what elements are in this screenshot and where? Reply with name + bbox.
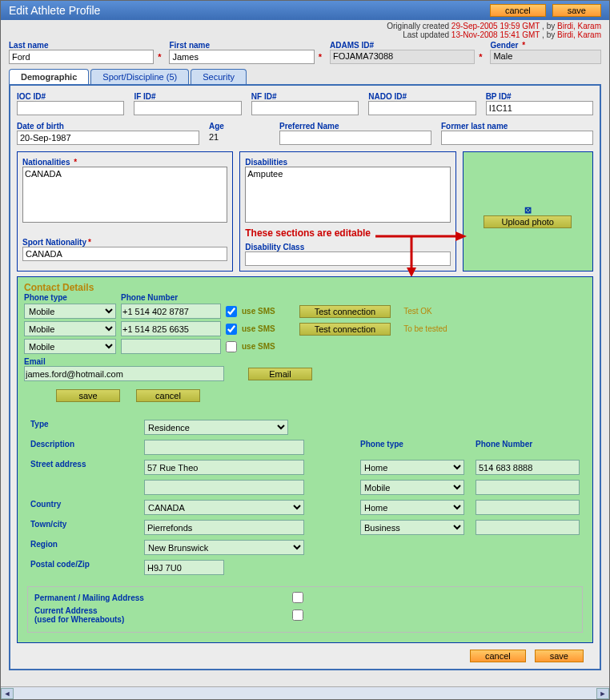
address-type-select[interactable]: Residence (144, 420, 288, 435)
updated-by[interactable]: Birdi, Karam (557, 30, 601, 39)
disabilities-list[interactable]: Amputee (245, 167, 450, 223)
addr-phone-type-select[interactable]: Home (360, 460, 464, 475)
scroll-left-icon[interactable]: ◄ (1, 688, 14, 699)
age-value: 21 (209, 131, 270, 142)
demographic-panel: IOC ID# IF ID# NF ID# NADO ID# BP ID# Da… (9, 86, 601, 670)
adams-id-value: FOJAMA73088 (330, 50, 475, 64)
use-sms-checkbox[interactable] (226, 341, 237, 352)
tab-sport[interactable]: Sport/Discipline (5) (90, 69, 189, 84)
nationalities-list[interactable]: CANADA (22, 167, 227, 223)
region-label: Region (26, 538, 138, 557)
cancel-button-bottom[interactable]: cancel (470, 650, 526, 662)
bp-input[interactable] (486, 101, 593, 115)
contact-title: Contact Details (24, 282, 586, 293)
adams-id-label: ADAMS ID# (330, 41, 482, 50)
former-name-label: Former last name (441, 122, 593, 131)
postal-label: Postal code/Zip (26, 558, 138, 577)
use-sms-checkbox[interactable] (226, 306, 237, 317)
if-label: IF ID# (134, 92, 241, 101)
street-label: Street address (26, 458, 138, 477)
disabilities-label: Disabilities (245, 158, 287, 167)
required-icon: * (479, 52, 482, 62)
phone-type-select[interactable]: Mobile (24, 321, 116, 336)
bottom-button-row: cancel save (17, 643, 593, 662)
street2-input[interactable] (144, 480, 304, 495)
addr-phone-number-input[interactable] (476, 520, 580, 535)
phone-type-select[interactable]: Mobile (24, 304, 116, 319)
ioc-input[interactable] (17, 101, 124, 115)
save-button-contact[interactable]: save (56, 389, 120, 402)
phone-number-header: Phone Number (121, 293, 221, 302)
last-name-input[interactable] (9, 50, 154, 64)
use-sms-checkbox[interactable] (226, 324, 237, 335)
horizontal-scrollbar[interactable]: ◄ ► (1, 686, 609, 699)
nat-dis-row: Nationalities * CANADA Sport Nationality… (17, 151, 593, 272)
addr-phone-number-input[interactable] (476, 500, 580, 515)
save-button-top[interactable]: save (552, 4, 601, 17)
first-name-input[interactable] (169, 50, 314, 64)
id-row: IOC ID# IF ID# NF ID# NADO ID# BP ID# (17, 92, 593, 115)
nf-input[interactable] (251, 101, 359, 115)
dob-input[interactable] (17, 131, 199, 145)
if-input[interactable] (134, 101, 241, 115)
permanent-label: Permanent / Mailing Address (34, 593, 144, 602)
country-select[interactable]: CANADA (144, 500, 304, 515)
addr-phone-type-select[interactable]: Business (360, 520, 464, 535)
phone-number-input[interactable] (121, 339, 221, 354)
tab-security[interactable]: Security (191, 69, 247, 84)
preferred-name-input[interactable] (279, 131, 431, 145)
current-label: Current Address(used for Whereabouts) (34, 606, 124, 624)
contact-details-section: Contact Details Phone type Phone Number … (17, 276, 593, 643)
addr-phone-type-select[interactable]: Mobile (360, 480, 464, 495)
updated-date: 13-Nov-2008 15:41 GMT (451, 30, 540, 39)
phone-type-select[interactable]: Mobile (24, 339, 116, 354)
photo-remove-icon[interactable]: ⊠ (468, 205, 588, 215)
annotation-text: These sections are editable (245, 227, 450, 239)
cancel-button-top[interactable]: cancel (490, 4, 546, 17)
current-checkbox[interactable] (292, 609, 303, 621)
ioc-label: IOC ID# (17, 92, 124, 101)
phone-number-input[interactable] (121, 304, 221, 319)
tab-demographic[interactable]: Demographic (9, 69, 89, 84)
top-identity-row: Last name * First name * ADAMS ID# FOJAM… (9, 41, 601, 64)
phone-type-header: Phone type (24, 293, 116, 302)
street-input[interactable] (144, 460, 304, 475)
test-connection-button[interactable]: Test connection (299, 323, 391, 336)
phone-row: Mobile use SMS (24, 339, 586, 354)
created-date: 29-Sep-2005 19:59 GMT (451, 22, 540, 30)
country-label: Country (26, 498, 138, 517)
email-button[interactable]: Email (248, 368, 312, 380)
required-icon: * (319, 52, 322, 62)
phone-row: Mobile use SMS Test connection To be tes… (24, 321, 586, 336)
scroll-right-icon[interactable]: ► (596, 688, 609, 699)
phone-number-input[interactable] (121, 321, 221, 336)
town-input[interactable] (144, 520, 304, 535)
test-connection-button[interactable]: Test connection (299, 305, 391, 318)
addr-phone-type-select[interactable]: Home (360, 500, 464, 515)
permanent-checkbox[interactable] (292, 592, 303, 603)
test-status: To be tested (403, 324, 447, 333)
cancel-button-contact[interactable]: cancel (136, 389, 200, 402)
tab-bar: Demographic Sport/Discipline (5) Securit… (9, 69, 601, 86)
former-name-input[interactable] (441, 131, 593, 145)
dob-row: Date of birth Age21 Preferred Name Forme… (17, 122, 593, 145)
last-name-label: Last name (9, 41, 161, 50)
upload-photo-button[interactable]: Upload photo (484, 215, 572, 228)
region-select[interactable]: New Brunswick (144, 540, 304, 555)
postal-input[interactable] (144, 560, 224, 575)
addr-phone-number-input[interactable] (476, 480, 580, 495)
addr-phone-number-input[interactable] (476, 460, 580, 475)
email-input[interactable] (24, 366, 224, 381)
gender-value: Male (490, 50, 601, 64)
disabilities-box: Disabilities Amputee These sections are … (239, 151, 455, 272)
disability-class-input[interactable] (245, 251, 450, 266)
sport-nationality-input[interactable] (22, 247, 227, 261)
first-name-label: First name (169, 41, 321, 50)
use-sms-label: use SMS (242, 342, 275, 351)
save-button-bottom[interactable]: save (535, 650, 584, 662)
addr-phone-number-label: Phone Number (471, 438, 584, 457)
app-window: Edit Athlete Profile cancel save Origina… (0, 0, 610, 700)
nado-input[interactable] (368, 101, 476, 115)
created-by[interactable]: Birdi, Karam (557, 22, 601, 30)
description-input[interactable] (144, 440, 304, 455)
